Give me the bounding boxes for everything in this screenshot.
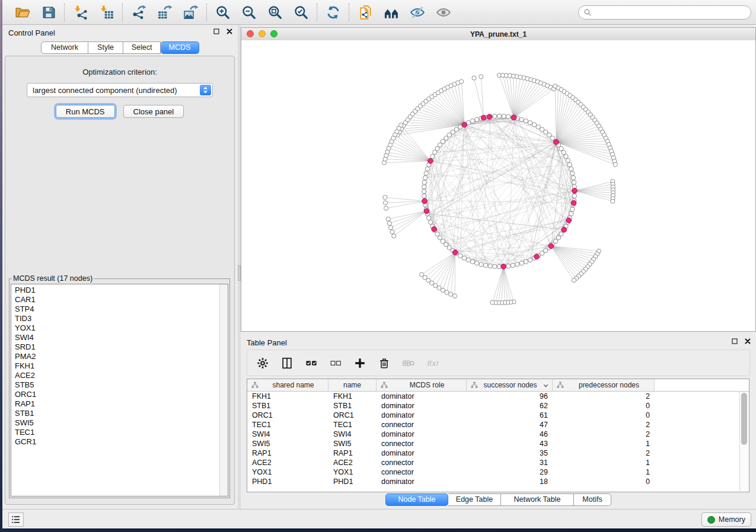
mcds-result-node[interactable]: ORC1	[11, 390, 228, 399]
column-type-icon	[251, 382, 259, 389]
import-table-button[interactable]	[98, 4, 115, 21]
table-row[interactable]: RAP1RAP1dominator352	[247, 448, 749, 458]
column-header-name[interactable]: name	[328, 379, 377, 391]
export-network-button[interactable]	[130, 4, 147, 21]
export-table-button[interactable]	[157, 4, 173, 21]
search-input[interactable]	[595, 8, 746, 17]
table-row[interactable]: ORC1ORC1dominator610	[247, 411, 749, 420]
table-scrollbar[interactable]	[739, 392, 748, 491]
mcds-result-node[interactable]: PHD1	[11, 286, 228, 295]
mcds-result-node[interactable]: RAP1	[11, 399, 228, 409]
tree-icon	[471, 382, 478, 389]
column-header-shared-name[interactable]: shared name	[247, 379, 328, 391]
task-history-button[interactable]	[8, 512, 24, 527]
import-network-button[interactable]	[72, 4, 89, 21]
network-window-titlebar[interactable]: YPA_prune.txt_1	[241, 28, 755, 41]
add-column-button[interactable]	[353, 356, 367, 370]
zoom-fit-button[interactable]	[267, 4, 283, 21]
table-row[interactable]: FKH1FKH1dominator962	[247, 392, 749, 401]
export-image-button[interactable]	[183, 4, 199, 21]
mcds-result-node[interactable]: YOX1	[11, 323, 228, 333]
tab-network-table[interactable]: Network Table	[501, 493, 574, 506]
network-graph[interactable]	[241, 40, 755, 331]
mcds-result-node[interactable]: SRD1	[11, 342, 228, 352]
float-table-panel-icon[interactable]	[731, 338, 738, 345]
columns-icon	[280, 357, 294, 370]
mcds-result-node[interactable]: SWI4	[11, 333, 228, 342]
float-panel-icon[interactable]	[213, 28, 220, 35]
mcds-result-node[interactable]: STP4	[11, 305, 228, 314]
table-scrollbar-thumb[interactable]	[741, 393, 747, 445]
zoom-in-button[interactable]	[215, 4, 231, 21]
network-view-window: YPA_prune.txt_1	[241, 27, 756, 332]
tab-network[interactable]: Network	[41, 41, 88, 54]
zoom-out-button[interactable]	[241, 4, 257, 21]
mcds-result-node[interactable]: TID3	[11, 314, 228, 323]
run-mcds-button[interactable]: Run MCDS	[56, 105, 115, 118]
tab-node-table[interactable]: Node Table	[385, 493, 448, 506]
control-panel-titlebar: Control Panel	[2, 25, 238, 40]
folder-open-icon	[15, 5, 30, 20]
mcds-result-node[interactable]: PMA2	[11, 352, 228, 361]
mcds-result-node[interactable]: STB1	[11, 409, 228, 418]
maximize-window-icon[interactable]	[270, 30, 277, 37]
mcds-list-scrollbar[interactable]	[219, 284, 228, 496]
cell: 2	[553, 449, 655, 457]
close-panel-button[interactable]: Close panel	[123, 105, 184, 118]
network-canvas[interactable]	[241, 40, 755, 331]
mcds-result-node[interactable]: SWI5	[11, 418, 228, 428]
plus-icon	[353, 357, 366, 370]
cell: 0	[553, 477, 655, 486]
column-header-successor-nodes[interactable]: successor nodes	[467, 379, 553, 391]
select-all-rows-button[interactable]	[304, 356, 318, 370]
table-row[interactable]: YOX1YOX1connector291	[247, 467, 749, 477]
first-neighbors-button[interactable]	[383, 4, 400, 21]
apply-layout-button[interactable]	[325, 4, 342, 21]
minimize-window-icon[interactable]	[259, 30, 266, 37]
show-all-button[interactable]	[435, 4, 452, 21]
table-row[interactable]: STB1STB1dominator620	[247, 401, 749, 411]
cell: 1	[553, 440, 655, 448]
table-row[interactable]: SWI4SWI4dominator462	[247, 430, 749, 439]
column-header-predecessor-nodes[interactable]: predecessor nodes	[553, 379, 655, 391]
select-all-icon	[305, 357, 318, 370]
mcds-result-title: MCDS result (17 nodes)	[12, 274, 94, 283]
tab-mcds[interactable]: MCDS	[161, 41, 199, 54]
search-box[interactable]	[578, 5, 751, 20]
close-panel-icon[interactable]	[226, 28, 233, 35]
zoom-selected-button[interactable]	[293, 4, 310, 21]
mcds-result-node[interactable]: ACE2	[11, 371, 228, 380]
save-session-button[interactable]	[40, 4, 57, 21]
mcds-result-node[interactable]: CAR1	[11, 295, 228, 305]
tab-edge-table[interactable]: Edge Table	[448, 493, 501, 506]
mcds-result-node[interactable]: TEC1	[11, 428, 228, 437]
delete-column-button[interactable]	[377, 356, 391, 370]
deselect-all-rows-button[interactable]	[328, 356, 343, 370]
hide-selected-button[interactable]	[409, 4, 426, 21]
tab-style[interactable]: Style	[88, 41, 123, 54]
optimization-criterion-select[interactable]: largest connected component (undirected)	[27, 83, 213, 97]
cell: 61	[467, 411, 553, 419]
close-window-icon[interactable]	[247, 30, 254, 37]
open-file-button[interactable]	[14, 4, 31, 21]
table-row[interactable]: PHD1PHD1dominator180	[247, 477, 749, 486]
tab-select[interactable]: Select	[123, 41, 161, 54]
mcds-result-node[interactable]: FKH1	[11, 361, 228, 371]
table-header-row: shared namenameMCDS rolesuccessor nodesp…	[247, 379, 749, 392]
cell: dominator	[377, 402, 467, 410]
table-row[interactable]: ACE2ACE2connector311	[247, 458, 749, 467]
tree-icon	[557, 382, 564, 389]
mcds-result-node[interactable]: GCR1	[11, 437, 228, 447]
mcds-result-node[interactable]: STB5	[11, 380, 228, 390]
memory-button[interactable]: Memory	[701, 512, 751, 527]
column-layout-button[interactable]	[280, 356, 294, 370]
column-header-MCDS-role[interactable]: MCDS role	[377, 379, 467, 391]
close-table-panel-icon[interactable]	[744, 338, 751, 345]
table-row[interactable]: TEC1TEC1connector472	[247, 420, 749, 430]
tab-motifs[interactable]: Motifs	[574, 493, 611, 506]
cell: 2	[553, 430, 655, 438]
table-settings-button[interactable]	[256, 356, 270, 370]
mcds-result-list[interactable]: PHD1CAR1STP4TID3YOX1SWI4SRD1PMA2FKH1ACE2…	[11, 284, 228, 496]
new-network-from-selection-button[interactable]	[357, 4, 374, 21]
table-row[interactable]: SWI5SWI5connector431	[247, 439, 749, 448]
